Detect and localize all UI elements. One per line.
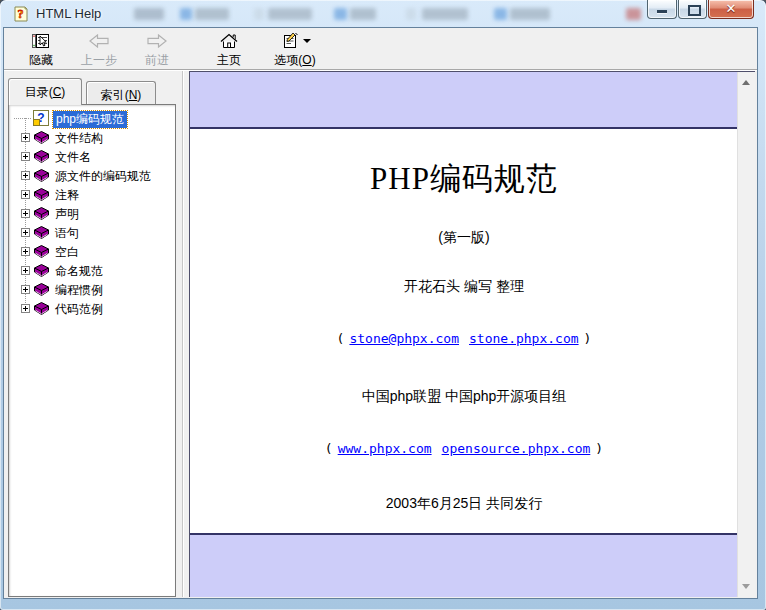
- tree-item-label[interactable]: 注释: [55, 187, 79, 204]
- options-button[interactable]: 选项(O): [266, 28, 324, 71]
- tree-item-label[interactable]: 编程惯例: [55, 282, 103, 299]
- tab-index-label: 索引(N): [101, 88, 142, 102]
- tree-item-naming-standard[interactable]: 命名规范: [9, 261, 175, 280]
- tree-item-label[interactable]: 源文件的编码规范: [55, 168, 151, 185]
- document-title: PHP编码规范: [190, 158, 738, 200]
- close-button[interactable]: ✕: [708, 0, 754, 19]
- forward-arrow-icon: [146, 31, 168, 51]
- tree-item-whitespace[interactable]: 空白: [9, 242, 175, 261]
- tree-item-file-structure[interactable]: 文件结构: [9, 128, 175, 147]
- closed-book-icon: [33, 187, 50, 202]
- header-band: [190, 72, 738, 129]
- contents-tree-panel: ? php编码规范 文件结构 文件名 源文件的编码规范: [8, 104, 176, 597]
- pane-splitter[interactable]: [176, 71, 189, 597]
- tree-item-statements[interactable]: 语句: [9, 223, 175, 242]
- closed-book-icon: [33, 301, 50, 316]
- tree-item-label[interactable]: 文件结构: [55, 130, 103, 147]
- maximize-button[interactable]: [678, 0, 707, 19]
- expand-plus-icon[interactable]: [21, 304, 30, 313]
- email-link[interactable]: stone@phpx.com: [349, 331, 459, 346]
- tree-item-label[interactable]: 命名规范: [55, 263, 103, 280]
- closed-book-icon: [33, 225, 50, 240]
- titlebar-reflection: [334, 8, 347, 20]
- authors-line: 开花石头 编写 整理: [190, 278, 738, 296]
- paren-open: (: [325, 441, 333, 456]
- closed-book-icon: [33, 206, 50, 221]
- titlebar-reflection: [180, 8, 192, 20]
- minimize-button[interactable]: [647, 0, 677, 19]
- titlebar-reflection: [494, 8, 507, 20]
- closed-book-icon: [33, 168, 50, 183]
- tree-item-comments[interactable]: 注释: [9, 185, 175, 204]
- publish-date-line: 2003年6月25日 共同发行: [190, 495, 738, 513]
- client-area: 隐藏 上一步 前进: [4, 28, 757, 598]
- expand-plus-icon[interactable]: [21, 228, 30, 237]
- forward-button-label: 前进: [145, 52, 169, 69]
- closed-book-icon: [33, 263, 50, 278]
- expand-plus-icon[interactable]: [21, 133, 30, 142]
- options-button-label: 选项(O): [274, 52, 315, 69]
- options-dropdown-arrow-icon: [303, 39, 311, 43]
- titlebar-reflection: [268, 8, 312, 20]
- expand-plus-icon[interactable]: [21, 209, 30, 218]
- phpx-link[interactable]: www.phpx.com: [338, 441, 432, 456]
- tree-item-label[interactable]: 文件名: [55, 149, 91, 166]
- tree-item-code-examples[interactable]: 代码范例: [9, 299, 175, 318]
- closed-book-icon: [33, 130, 50, 145]
- tab-contents[interactable]: 目录(C): [8, 78, 82, 105]
- closed-book-icon: [33, 149, 50, 164]
- closed-book-icon: [33, 244, 50, 259]
- home-button[interactable]: 主页: [200, 28, 258, 71]
- tree-item-source-coding-standard[interactable]: 源文件的编码规范: [9, 166, 175, 185]
- expand-plus-icon[interactable]: [21, 247, 30, 256]
- hide-button[interactable]: 隐藏: [12, 28, 70, 71]
- expand-plus-icon[interactable]: [21, 152, 30, 161]
- home-icon: [219, 31, 239, 51]
- forward-button[interactable]: 前进: [128, 28, 186, 71]
- hide-button-label: 隐藏: [29, 52, 53, 69]
- help-topic-icon: ?: [33, 110, 49, 126]
- tree-item-label[interactable]: 声明: [55, 206, 79, 223]
- options-icon: [280, 31, 311, 51]
- titlebar[interactable]: ? HTML Help ✕: [0, 0, 766, 28]
- opensource-link[interactable]: opensource.phpx.com: [442, 441, 591, 456]
- scroll-up-icon[interactable]: [742, 80, 750, 85]
- vertical-scrollbar[interactable]: [737, 72, 755, 597]
- titlebar-reflection: [134, 8, 164, 20]
- back-button[interactable]: 上一步: [70, 28, 128, 71]
- tree-item-php-coding-standard[interactable]: ? php编码规范: [9, 109, 175, 128]
- tree-item-label[interactable]: 语句: [55, 225, 79, 242]
- window-title: HTML Help: [36, 6, 101, 21]
- scroll-down-icon[interactable]: [742, 584, 750, 589]
- tree-item-label[interactable]: 代码范例: [55, 301, 103, 318]
- paren-open: (: [337, 331, 345, 346]
- expand-plus-icon[interactable]: [21, 190, 30, 199]
- hide-panel-icon: [31, 31, 51, 51]
- expand-plus-icon[interactable]: [21, 285, 30, 294]
- html-help-app-icon[interactable]: ?: [12, 5, 30, 23]
- back-arrow-icon: [88, 31, 110, 51]
- edition-line: (第一版): [190, 229, 738, 247]
- topic-content-pane: PHP编码规范 (第一版) 开花石头 编写 整理 (stone@phpx.com…: [189, 71, 755, 597]
- expand-plus-icon[interactable]: [21, 266, 30, 275]
- titlebar-reflection: [195, 8, 229, 20]
- paren-close: ): [584, 331, 592, 346]
- html-help-window: ? HTML Help ✕: [0, 0, 766, 610]
- contents-tree: ? php编码规范 文件结构 文件名 源文件的编码规范: [9, 105, 175, 318]
- minimize-icon: [657, 10, 667, 13]
- tree-item-declarations[interactable]: 声明: [9, 204, 175, 223]
- titlebar-reflection: [510, 8, 550, 20]
- svg-text:?: ?: [18, 7, 24, 21]
- contact-links-line: (stone@phpx.comstone.phpx.com): [190, 331, 738, 346]
- tree-item-label[interactable]: 空白: [55, 244, 79, 261]
- tab-contents-label: 目录(C): [25, 85, 66, 99]
- site-links-line: (www.phpx.comopensource.phpx.com): [190, 441, 738, 456]
- tree-item-programming-conventions[interactable]: 编程惯例: [9, 280, 175, 299]
- stone-site-link[interactable]: stone.phpx.com: [469, 331, 579, 346]
- titlebar-reflection: [422, 8, 468, 20]
- expand-plus-icon[interactable]: [21, 171, 30, 180]
- tree-item-file-name[interactable]: 文件名: [9, 147, 175, 166]
- tab-index[interactable]: 索引(N): [86, 81, 156, 105]
- closed-book-icon: [33, 282, 50, 297]
- tree-item-label[interactable]: php编码规范: [53, 111, 127, 128]
